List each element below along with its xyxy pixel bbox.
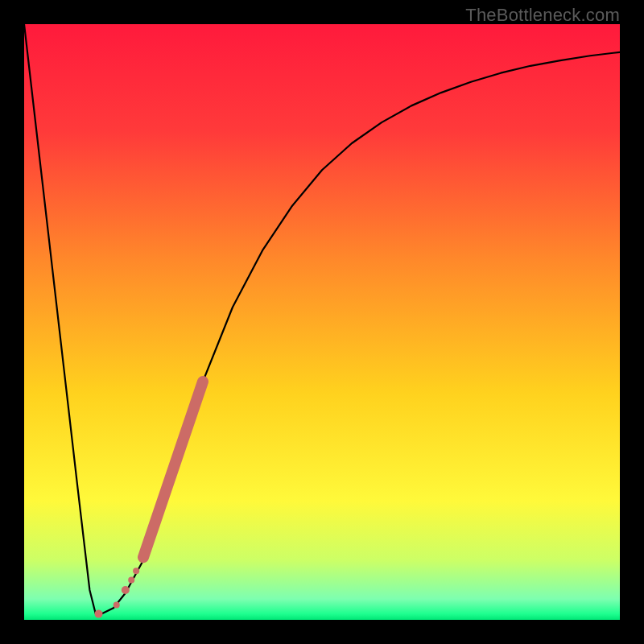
watermark-text: TheBottleneck.com xyxy=(465,5,620,26)
highlight-dot xyxy=(133,568,139,574)
highlight-markers xyxy=(95,382,204,618)
plot-area xyxy=(24,24,620,620)
highlight-dot xyxy=(122,586,130,594)
highlight-band xyxy=(143,382,203,557)
highlight-min-dot xyxy=(95,610,103,618)
highlight-dot xyxy=(114,602,120,609)
bottleneck-curve xyxy=(24,24,620,614)
curve-layer xyxy=(24,24,620,620)
chart-frame: TheBottleneck.com xyxy=(0,0,644,644)
highlight-dot xyxy=(128,576,134,583)
